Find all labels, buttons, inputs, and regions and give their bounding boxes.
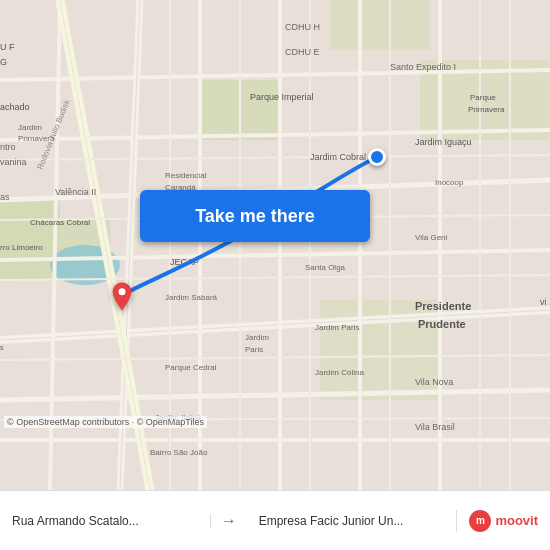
svg-text:vanina: vanina — [0, 157, 27, 167]
svg-text:Jardim Paris: Jardim Paris — [315, 323, 359, 332]
svg-text:Parque Imperial: Parque Imperial — [250, 92, 314, 102]
svg-text:Bairro São João: Bairro São João — [150, 448, 208, 457]
svg-text:Presidente: Presidente — [415, 300, 471, 312]
svg-text:vi: vi — [540, 297, 547, 307]
route-to-label: Empresa Facic Junior Un... — [247, 514, 457, 528]
svg-text:Paris: Paris — [245, 345, 263, 354]
svg-text:CDHU E: CDHU E — [285, 47, 320, 57]
svg-text:Santo Expedito I: Santo Expedito I — [390, 62, 456, 72]
svg-text:Vila Geni: Vila Geni — [415, 233, 448, 242]
svg-text:Jardim Sabará: Jardim Sabará — [165, 293, 218, 302]
svg-text:Parque: Parque — [470, 93, 496, 102]
svg-text:Jardim Iguaçu: Jardim Iguaçu — [415, 137, 472, 147]
svg-text:Parque Cedral: Parque Cedral — [165, 363, 217, 372]
take-me-there-button[interactable]: Take me there — [140, 190, 370, 242]
svg-text:Jardim Cobral: Jardim Cobral — [310, 152, 366, 162]
svg-text:G: G — [0, 57, 7, 67]
route-arrow-icon: → — [211, 512, 247, 530]
svg-text:rro Limoeiro: rro Limoeiro — [0, 243, 43, 252]
map-container: CDHU H CDHU E Santo Expedito I Parque Im… — [0, 0, 550, 490]
svg-text:achado: achado — [0, 102, 30, 112]
svg-text:Vila Nova: Vila Nova — [415, 377, 453, 387]
svg-text:Jardim Colina: Jardim Colina — [315, 368, 364, 377]
route-from-label: Rua Armando Scatalo... — [0, 514, 211, 528]
svg-text:Inocoop: Inocoop — [435, 178, 464, 187]
bottom-navigation-bar: Rua Armando Scatalo... → Empresa Facic J… — [0, 490, 550, 550]
copyright-notice: © OpenStreetMap contributors · © OpenMap… — [4, 416, 207, 428]
svg-text:Vila Brasil: Vila Brasil — [415, 422, 455, 432]
origin-marker — [108, 282, 136, 322]
svg-text:ntro: ntro — [0, 142, 16, 152]
svg-text:s: s — [0, 344, 4, 351]
svg-text:Santa Olga: Santa Olga — [305, 263, 346, 272]
svg-text:as: as — [0, 192, 10, 202]
svg-text:Jardim: Jardim — [245, 333, 269, 342]
moovit-branding: m moovit — [456, 510, 550, 532]
svg-text:Chácaras Cobral: Chácaras Cobral — [30, 218, 90, 227]
svg-text:Valência II: Valência II — [55, 187, 96, 197]
svg-text:U F: U F — [0, 42, 15, 52]
svg-text:Residencial: Residencial — [165, 171, 207, 180]
svg-rect-4 — [330, 0, 430, 50]
moovit-logo-text: moovit — [495, 513, 538, 528]
moovit-logo-icon: m — [469, 510, 491, 532]
svg-point-77 — [119, 288, 126, 295]
svg-text:Jardim: Jardim — [18, 123, 42, 132]
destination-marker — [368, 148, 386, 166]
svg-text:Primavera: Primavera — [468, 105, 505, 114]
svg-text:CDHU H: CDHU H — [285, 22, 320, 32]
svg-text:Prudente: Prudente — [418, 318, 466, 330]
svg-text:JECAP: JECAP — [170, 257, 199, 267]
